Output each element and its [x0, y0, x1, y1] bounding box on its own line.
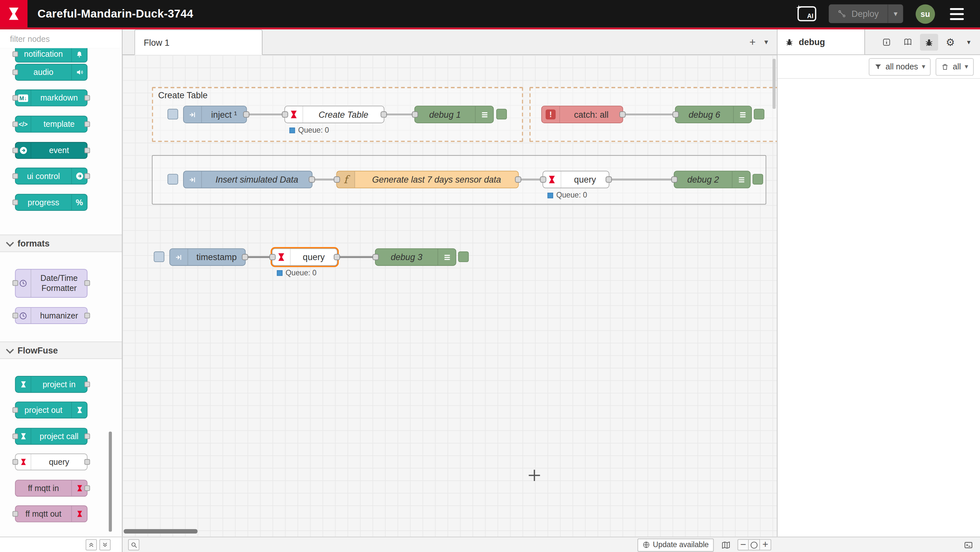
tab-flow-1[interactable]: Flow 1	[135, 30, 262, 55]
port[interactable]	[13, 199, 18, 205]
output-port[interactable]	[380, 111, 387, 117]
port[interactable]	[84, 312, 90, 318]
node-timestamp[interactable]: timestamp	[170, 249, 246, 266]
node-insert-simulated-data[interactable]: Insert simulated Data	[183, 171, 312, 188]
debug-filter-button[interactable]: all nodes ▾	[869, 58, 931, 75]
port[interactable]	[13, 121, 18, 126]
node-debug1[interactable]: debug 1	[415, 106, 494, 123]
port[interactable]	[13, 459, 18, 464]
navigator-toggle-button[interactable]	[719, 539, 732, 550]
palette-search-input[interactable]	[9, 34, 121, 44]
inject-trigger-button[interactable]	[167, 109, 178, 120]
port[interactable]	[13, 433, 18, 439]
node-create-table[interactable]: Create Table	[284, 106, 384, 123]
tab-debug[interactable]: debug	[778, 30, 865, 54]
input-port[interactable]	[671, 176, 677, 183]
palette-node-humanizer[interactable]: humanizer	[15, 307, 88, 324]
flowfuse-logo[interactable]	[0, 0, 27, 27]
output-port[interactable]	[334, 254, 340, 260]
tab-config-nodes[interactable]: ⚙	[941, 34, 959, 50]
node-catch-all[interactable]: ! catch: all	[541, 106, 623, 123]
palette-node-ff-mqtt-out[interactable]: ff mqtt out	[15, 505, 88, 522]
port[interactable]	[84, 280, 90, 286]
port[interactable]	[84, 485, 90, 491]
node-debug2[interactable]: debug 2	[674, 171, 751, 188]
palette-node-template[interactable]: </> template	[15, 116, 88, 132]
palette-node-event[interactable]: event	[15, 142, 88, 159]
palette-node-project-out[interactable]: project out	[15, 402, 88, 418]
port[interactable]	[84, 95, 90, 100]
tab-help[interactable]	[899, 34, 917, 50]
port[interactable]	[13, 51, 18, 56]
main-menu-button[interactable]	[948, 5, 966, 22]
palette-node-ui-control[interactable]: ui control	[15, 168, 88, 185]
port[interactable]	[84, 459, 90, 464]
input-port[interactable]	[673, 111, 679, 117]
input-port[interactable]	[372, 254, 379, 260]
inject-trigger-button[interactable]	[154, 251, 164, 262]
port[interactable]	[84, 381, 90, 387]
canvas-horizontal-scrollbar[interactable]	[124, 529, 198, 534]
port[interactable]	[84, 173, 90, 179]
zoom-reset-button[interactable]	[749, 539, 760, 550]
palette-section-formats[interactable]: formats	[0, 235, 122, 252]
palette-node-project-call[interactable]: project call	[15, 428, 88, 445]
palette-scrollbar[interactable]	[109, 432, 112, 532]
palette-node-project-in[interactable]: project in	[15, 376, 88, 393]
palette-node-audio[interactable]: audio	[15, 64, 88, 81]
inject-trigger-button[interactable]	[167, 174, 178, 185]
node-inject1[interactable]: inject ¹	[183, 106, 247, 123]
output-port[interactable]	[242, 254, 248, 260]
canvas-vertical-scrollbar[interactable]	[773, 59, 776, 108]
port[interactable]	[13, 173, 18, 179]
tab-debug-icon[interactable]	[920, 34, 938, 50]
palette-section-flowfuse[interactable]: FlowFuse	[0, 341, 122, 359]
output-port[interactable]	[619, 111, 625, 117]
zoom-out-button[interactable]: −	[738, 539, 749, 550]
canvas-search-button[interactable]	[128, 539, 139, 550]
output-port[interactable]	[309, 176, 315, 183]
input-port[interactable]	[282, 111, 288, 117]
palette-collapse-down-button[interactable]	[100, 539, 111, 550]
palette-node-ff-mqtt-in[interactable]: ff mqtt in	[15, 480, 88, 496]
port[interactable]	[13, 69, 18, 75]
input-port[interactable]	[334, 176, 340, 183]
user-avatar[interactable]: su	[915, 4, 935, 24]
node-generate-sensor-data[interactable]: f Generate last 7 days sensor data	[336, 171, 519, 188]
port[interactable]	[13, 147, 18, 153]
flow-list-caret[interactable]: ▾	[765, 38, 768, 46]
output-port[interactable]	[606, 176, 612, 183]
palette-node-notification[interactable]: notification	[15, 48, 88, 62]
add-flow-button[interactable]: +	[749, 37, 756, 47]
port[interactable]	[84, 433, 90, 439]
input-port[interactable]	[269, 254, 275, 260]
palette-node-query[interactable]: query	[15, 453, 88, 470]
flow-canvas[interactable]: Create Table inject ¹ Create Table Queue…	[123, 55, 777, 537]
tab-info[interactable]	[878, 34, 896, 50]
deploy-button[interactable]: Deploy ▾	[829, 4, 903, 23]
node-debug3[interactable]: debug 3	[375, 249, 456, 266]
zoom-in-button[interactable]: +	[760, 539, 771, 550]
palette-node-markdown[interactable]: M↓ markdown	[15, 89, 88, 106]
port[interactable]	[13, 511, 18, 516]
port[interactable]	[84, 121, 90, 126]
output-port[interactable]	[515, 176, 521, 183]
sidebar-tabs-caret[interactable]: ▾	[963, 34, 975, 50]
debug-toggle-button[interactable]	[458, 251, 469, 262]
port[interactable]	[13, 407, 18, 413]
debug-toggle-button[interactable]	[754, 109, 765, 120]
port[interactable]	[13, 280, 18, 286]
output-port[interactable]	[243, 111, 249, 117]
palette-node-progress[interactable]: progress %	[15, 194, 88, 211]
update-available-button[interactable]: Update available	[637, 538, 714, 551]
node-debug6[interactable]: debug 6	[675, 106, 752, 123]
palette-collapse-up-button[interactable]	[86, 539, 97, 550]
port[interactable]	[13, 312, 18, 318]
deploy-main[interactable]: Deploy	[829, 9, 888, 19]
node-query3-selected[interactable]: query	[272, 249, 337, 266]
input-port[interactable]	[412, 111, 418, 117]
debug-toggle-button[interactable]	[496, 109, 507, 120]
debug-toggle-button[interactable]	[752, 174, 763, 185]
deploy-options-caret[interactable]: ▾	[888, 4, 903, 23]
ai-assistant-button[interactable]: AI	[798, 6, 817, 21]
